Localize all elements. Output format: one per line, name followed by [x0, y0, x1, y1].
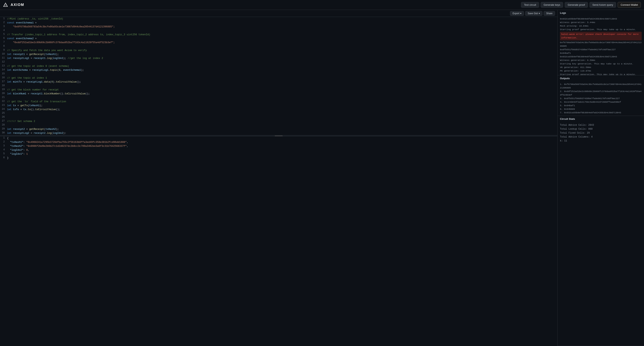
right-panel: Logs 0x932ca55b9ef0b3094e8fa82435b3b4c50… [558, 10, 644, 346]
line-code: "0x0f6798a560793a54c3bcfe86a93cde1e73087… [7, 25, 558, 29]
line-code: // get the topic at index 0 (event schem… [7, 64, 558, 68]
json-line: 4 "logIdx2": 0, [0, 148, 558, 152]
stat-entry: Total Advice Cells: 2843 [560, 123, 642, 127]
line-code: const eventSchema1 = [7, 21, 558, 25]
save-gist-chevron-icon: ▾ [539, 12, 540, 15]
logs-section: Logs 0x932ca55b9ef0b3094e8fa82435b3b4c50… [558, 10, 644, 75]
stat-entry: k: 11 [560, 139, 642, 143]
line-number: 17 [0, 80, 7, 83]
test-circuit-button[interactable]: Test circuit [521, 2, 539, 8]
code-line: 19// get the block number for receipt [0, 88, 558, 92]
json-line: 5 "logIdx1": 1 [0, 152, 558, 156]
header-left: AXIOM [3, 3, 24, 7]
export-button[interactable]: Export ▾ [510, 11, 524, 16]
json-line-code: "logIdx1": 1 [7, 152, 558, 156]
output-entry: 3. 0x8fb551f86d937439be7fa8e96178fc0df9a… [560, 97, 642, 100]
line-number: 4 [0, 29, 7, 32]
stat-entry: Total Fixed Cells: 29 [560, 131, 642, 135]
export-chevron-icon: ▾ [520, 12, 522, 15]
json-line-number: 1 [0, 136, 7, 139]
log-entry: Witness generation: 6.59ms [560, 59, 642, 62]
line-number: 9 [0, 49, 7, 51]
output-entry: 7. 0x932ca55b9ef0b3094e8fa82435b3b4c50d7… [560, 111, 642, 114]
line-number: 11 [0, 56, 7, 59]
line-code: // get the topic at index 1 [7, 76, 558, 80]
share-button[interactable]: Share [544, 11, 555, 16]
line-number: 6 [0, 37, 7, 40]
line-number: 14 [0, 68, 7, 71]
connect-wallet-button[interactable]: Connect Wallet [618, 2, 641, 8]
line-number: 26 [0, 115, 7, 118]
log-entry: VK generation: 811.58ms [560, 66, 642, 69]
log-entry: Starting key generation. This may take u… [560, 62, 642, 66]
output-entry: 2. 0xddf252ad1be2c89b69c2b068fc378daa952… [560, 90, 642, 97]
log-entry: PK generation: 119.07ms [560, 69, 642, 73]
code-line: 17let mintTo = receiptLog1.data(0).toCir… [0, 80, 558, 84]
log-entry: 0x932ca55b9ef0b3094e8fa82435b3b4c5007130… [560, 17, 642, 21]
code-line: 22// get the `to` field of the transacti… [0, 100, 558, 104]
json-line-number: 6 [0, 156, 7, 159]
line-number: 2 [0, 21, 7, 24]
line-code: let mintSchema = receiptLog1.topic(0, ev… [7, 68, 558, 72]
code-line: 7 "0xddf252ad1be2c89b69c2b068fc378daa952… [0, 41, 558, 45]
line-code: let receipt2 = getReceipt(txHash2); [7, 127, 558, 131]
main-area: Export ▾ Save Gist ▾ Share 1//Mint (addr… [0, 10, 644, 346]
outputs-section: Outputs 1. 0xf6798a560793a54c3bcfe86a93c… [558, 75, 644, 116]
json-line-number: 4 [0, 148, 7, 151]
save-gist-button[interactable]: Save Gist ▾ [525, 11, 542, 16]
json-line-number: 5 [0, 152, 7, 155]
json-line: 6} [0, 156, 558, 160]
stat-entry: Total Advice Columns: 4 [560, 135, 642, 139]
code-line: 2const eventSchema1 = [0, 21, 558, 25]
logs-content[interactable]: 0x932ca55b9ef0b3094e8fa82435b3b4c5007130… [558, 16, 644, 75]
generate-proof-button[interactable]: Generate proof [565, 2, 588, 8]
log-entry: Starting proof generation. This may take… [560, 28, 642, 31]
line-number: 16 [0, 76, 7, 79]
code-line: 8 [0, 45, 558, 49]
line-number: 1 [0, 17, 7, 20]
stats-content: Total Advice Cells: 2843Total Lookup Cel… [558, 122, 644, 144]
header-buttons: Test circuit Generate keys Generate proo… [521, 2, 641, 8]
line-number: 27 [0, 119, 7, 122]
line-number: 8 [0, 45, 7, 48]
line-code: let receipt1 = getReceipt(txHash1); [7, 52, 558, 56]
code-line: 18 [0, 84, 558, 88]
line-number: 20 [0, 92, 7, 95]
outputs-title: Outputs [558, 75, 644, 81]
code-line: 25 [0, 111, 558, 115]
code-line: 6const eventSchema2 = [0, 37, 558, 41]
generate-keys-button[interactable]: Generate keys [541, 2, 563, 8]
code-line: 26 [0, 115, 558, 119]
editor-area: Export ▾ Save Gist ▾ Share 1//Mint (addr… [0, 10, 558, 346]
json-line-code: { [7, 136, 558, 140]
line-number: 29 [0, 127, 7, 130]
code-line: 28 [0, 123, 558, 127]
send-axiom-query-button[interactable]: Send Axiom query [590, 2, 616, 8]
code-line: 3 "0x0f6798a560793a54c3bcfe86a93cde1e730… [0, 25, 558, 29]
code-line: 24let txTo = tx.to().toCircuitValue(); [0, 108, 558, 111]
code-line: 14let mintSchema = receiptLog1.topic(0, … [0, 68, 558, 72]
json-line-code: "logIdx2": 0, [7, 148, 558, 152]
code-line: 30let receiptLog2 = receipt2.log(logIdx2… [0, 131, 558, 135]
axiom-logo-icon [3, 3, 8, 7]
line-code: let receiptLog1 = receipt1.log(logIdx1);… [7, 56, 558, 60]
line-number: 7 [0, 41, 7, 44]
json-line-number: 2 [0, 140, 7, 143]
line-number: 30 [0, 131, 7, 134]
line-code: // get the block number for receipt [7, 88, 558, 92]
line-code: // get the `to` field of the transaction [7, 100, 558, 104]
save-gist-label: Save Gist [528, 12, 538, 15]
line-number: 25 [0, 111, 7, 114]
toolbar: Export ▾ Save Gist ▾ Share [0, 10, 558, 17]
line-number: 15 [0, 72, 7, 75]
line-number: 23 [0, 104, 7, 107]
code-editor[interactable]: 1//Mint (address _to, uint256 _tokenId)2… [0, 17, 558, 346]
line-code: ////// Set schema 2 [7, 119, 558, 123]
code-line: 15 [0, 72, 558, 76]
line-code: let mintTo = receiptLog1.data(0).toCircu… [7, 80, 558, 84]
output-entry: 4. 0xce4de93f2ab21758c5a9b442d72860ffaaa… [560, 100, 642, 104]
header: AXIOM Test circuit Generate keys Generat… [0, 0, 644, 10]
log-entry: Witness generation: 5.44ms [560, 21, 642, 24]
json-line-code: } [7, 156, 558, 160]
code-line: 4 [0, 29, 558, 33]
